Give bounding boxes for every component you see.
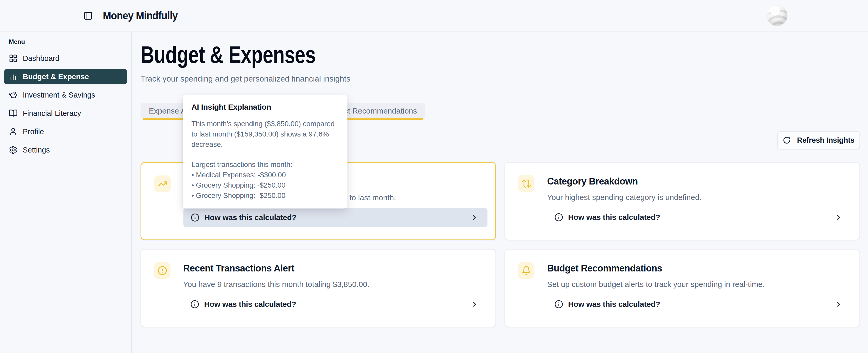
how-calculated-row[interactable]: How was this calculated?	[547, 295, 852, 314]
tooltip-line: decrease.	[191, 139, 339, 150]
sidebar-toggle-button[interactable]	[81, 9, 95, 23]
tooltip-line: to last month ($159,350.00) shows a 97.6…	[191, 129, 339, 139]
tooltip-line: • Grocery Shopping: -$250.00	[191, 190, 339, 201]
page-title: Budget & Expenses	[141, 42, 316, 67]
sidebar-item-investment-savings[interactable]: Investment & Savings	[4, 87, 127, 103]
how-calculated-row[interactable]: How was this calculated?	[183, 208, 488, 227]
sidebar-item-settings[interactable]: Settings	[4, 142, 127, 158]
insight-card-recent-transactions: Recent Transactions Alert You have 9 tra…	[141, 249, 496, 327]
tab-recommendations[interactable]: ct Recommendations	[344, 103, 417, 119]
how-calculated-label: How was this calculated?	[568, 300, 660, 309]
card-title: Budget Recommendations	[547, 263, 662, 274]
chevron-right-icon	[835, 213, 842, 221]
avatar[interactable]	[767, 5, 787, 26]
tooltip-line: • Grocery Shopping: -$250.00	[191, 180, 339, 190]
card-description: Set up custom budget alerts to track you…	[547, 280, 765, 289]
chevron-right-icon	[470, 214, 478, 221]
sidebar-item-label: Investment & Savings	[23, 91, 95, 99]
card-title: Recent Transactions Alert	[183, 263, 294, 274]
how-calculated-label: How was this calculated?	[204, 300, 296, 309]
sidebar-item-label: Profile	[23, 128, 44, 136]
info-icon	[191, 213, 199, 222]
app-header: Money Mindfully	[0, 0, 868, 32]
sidebar-item-label: Financial Literacy	[23, 109, 81, 118]
bar-chart-icon	[9, 72, 18, 81]
icon-tile	[518, 175, 534, 192]
sidebar-nav: Dashboard Budget & Expense Investment & …	[0, 50, 131, 158]
alert-circle-icon	[158, 266, 167, 275]
layout-grid-icon	[9, 54, 18, 63]
piggy-bank-icon	[9, 91, 18, 99]
gear-icon	[9, 145, 18, 154]
sidebar-item-financial-literacy[interactable]: Financial Literacy	[4, 106, 127, 121]
tooltip-line: • Medical Expenses: -$300.00	[191, 170, 339, 180]
sidebar-menu-label: Menu	[9, 38, 131, 45]
sidebar-item-dashboard[interactable]: Dashboard	[4, 50, 127, 66]
tooltip-title: AI Insight Explanation	[191, 103, 339, 111]
info-icon	[554, 213, 563, 222]
app-title: Money Mindfully	[103, 9, 178, 22]
card-title: Category Breakdown	[547, 176, 638, 187]
sidebar: Menu Dashboard Budget & Expense Investme…	[0, 32, 132, 353]
tab-expense-analysis[interactable]: Expense A	[149, 103, 186, 119]
user-icon	[9, 127, 18, 136]
card-description: Your highest spending category is undefi…	[547, 193, 702, 202]
chevron-right-icon	[835, 301, 842, 308]
card-description: You have 9 transactions this month total…	[183, 280, 369, 289]
trending-up-icon	[158, 179, 167, 189]
info-icon	[190, 300, 199, 309]
how-calculated-label: How was this calculated?	[568, 213, 660, 222]
sidebar-item-label: Settings	[23, 146, 50, 154]
icon-tile	[518, 262, 534, 279]
insight-card-budget-recommendations: Budget Recommendations Set up custom bud…	[504, 249, 860, 327]
open-book-icon	[9, 109, 18, 118]
how-calculated-label: How was this calculated?	[204, 213, 296, 222]
icon-tile	[154, 175, 171, 192]
insight-card-category-breakdown: Category Breakdown Your highest spending…	[504, 162, 860, 240]
sidebar-item-label: Budget & Expense	[23, 72, 89, 81]
sidebar-item-budget-expense[interactable]: Budget & Expense	[4, 69, 127, 84]
refresh-insights-label: Refresh Insights	[797, 136, 854, 144]
page-subtitle: Track your spending and get personalized…	[141, 74, 350, 83]
info-icon	[554, 300, 563, 309]
sidebar-item-profile[interactable]: Profile	[4, 124, 127, 139]
repeat-icon	[522, 179, 531, 188]
how-calculated-row[interactable]: How was this calculated?	[547, 208, 852, 227]
how-calculated-row[interactable]: How was this calculated?	[183, 295, 488, 314]
panel-left-icon	[84, 11, 93, 21]
refresh-icon	[783, 136, 791, 144]
bell-icon	[522, 266, 531, 275]
sidebar-item-label: Dashboard	[23, 54, 59, 63]
tooltip-line: This month's spending ($3,850.00) compar…	[191, 119, 339, 129]
chevron-right-icon	[471, 301, 478, 308]
icon-tile	[154, 262, 170, 279]
ai-insight-tooltip: AI Insight Explanation This month's spen…	[183, 95, 347, 209]
tooltip-line: Largest transactions this month:	[191, 160, 339, 170]
refresh-insights-button[interactable]: Refresh Insights	[777, 131, 860, 149]
